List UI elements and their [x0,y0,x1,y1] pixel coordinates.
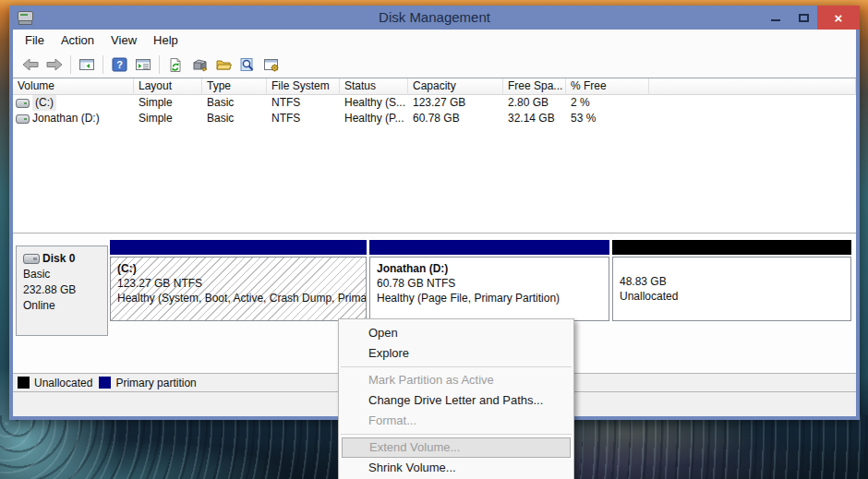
volume-list: Volume Layout Type File System Status Ca… [13,78,856,233]
partition-name: (C:) [117,261,366,276]
svg-text:?: ? [116,59,123,70]
cell-status: Healthy (S... [340,95,408,111]
minimize-icon [771,19,780,21]
show-console-tree-icon[interactable] [76,54,98,76]
primary-partition-swatch [99,377,111,389]
partition-size: 123.27 GB NTFS [117,276,366,291]
maximize-button[interactable] [790,6,817,30]
minimize-button[interactable] [762,6,790,30]
header-capacity[interactable]: Capacity [408,78,503,95]
menu-item-explore[interactable]: Explore [339,343,573,364]
forward-icon[interactable] [43,54,66,76]
table-row-volume-c[interactable]: (C:) Simple Basic NTFS Healthy (S... 123… [13,95,856,111]
header-status[interactable]: Status [340,78,408,95]
help-icon[interactable]: ? [108,54,130,76]
search-icon[interactable] [236,54,259,76]
open-folder-icon[interactable] [212,54,235,76]
partition-d-body: Jonathan (D:) 60.78 GB NTFS Healthy (Pag… [369,257,609,321]
disk-icon [23,254,40,264]
cell-capacity: 60.78 GB [408,111,503,126]
drive-icon [16,99,30,108]
disk-size: 232.88 GB [23,282,107,298]
legend-unallocated: Unallocated [18,377,92,389]
partition-c-color-bar [110,240,367,255]
disk-status: Online [23,298,107,314]
menu-item-open[interactable]: Open [339,323,573,343]
partition-unallocated[interactable]: 48.83 GB Unallocated [612,240,851,321]
close-button[interactable]: × [817,6,860,30]
header-type[interactable]: Type [202,78,267,95]
disk-type: Basic [23,267,107,282]
cell-layout: Simple [134,111,202,126]
menu-bar: File Action View Help [13,30,856,52]
partition-unallocated-body: 48.83 GB Unallocated [612,257,851,321]
cell-capacity: 123.27 GB [408,95,503,111]
cell-type: Basic [202,111,267,126]
partition-health: Healthy (System, Boot, Active, Crash Dum… [117,291,366,305]
menu-action[interactable]: Action [53,30,102,52]
header-percent-free[interactable]: % Free [566,78,649,95]
cell-file-system: NTFS [267,111,340,126]
window-title: Disk Management [9,6,860,30]
menu-separator [341,366,572,367]
settings-icon[interactable] [260,54,283,76]
cell-type: Basic [202,95,267,111]
partition-c[interactable]: (C:) 123.27 GB NTFS Healthy (System, Boo… [110,240,367,321]
back-icon[interactable] [19,54,42,76]
menu-item-change-drive-letter[interactable]: Change Drive Letter and Paths... [339,390,573,411]
cell-percent-free: 2 % [566,95,649,111]
toolbar: ? [13,52,856,78]
disk-name: Disk 0 [42,251,75,267]
volume-list-header: Volume Layout Type File System Status Ca… [13,78,856,95]
volume-name: Jonathan (D:) [32,111,100,126]
rescan-disks-icon[interactable] [188,54,211,76]
cell-layout: Simple [134,95,202,111]
partition-health: Healthy (Page File, Primary Partition) [377,291,609,305]
maximize-icon [799,14,809,22]
toolbar-separator [70,55,71,74]
titlebar[interactable]: Disk Management × [9,6,860,30]
partition-unallocated-color-bar [612,240,851,255]
toolbar-separator [102,55,103,74]
disk0-info-panel[interactable]: Disk 0 Basic 232.88 GB Online [16,245,108,336]
menu-item-mark-partition-active: Mark Partition as Active [339,370,573,390]
partition-context-menu: Open Explore Mark Partition as Active Ch… [338,318,574,479]
toolbar-separator [159,55,160,74]
menu-item-format: Format... [339,411,573,431]
menu-view[interactable]: View [102,30,145,52]
header-filler [649,78,856,95]
cell-file-system: NTFS [267,95,340,111]
header-file-system[interactable]: File System [267,78,340,95]
table-row-volume-d[interactable]: Jonathan (D:) Simple Basic NTFS Healthy … [13,111,856,126]
menu-separator [341,434,572,435]
partition-name: Jonathan (D:) [377,261,609,276]
unallocated-swatch [18,377,30,389]
volume-name: (C:) [32,95,56,111]
cell-free-space: 2.80 GB [503,95,566,111]
show-action-pane-icon[interactable] [132,54,154,76]
menu-item-extend-volume: Extend Volume... [342,437,571,458]
partition-d[interactable]: Jonathan (D:) 60.78 GB NTFS Healthy (Pag… [369,240,609,321]
header-volume[interactable]: Volume [13,78,134,95]
menu-help[interactable]: Help [145,30,187,52]
legend-label: Unallocated [34,377,92,389]
legend-primary-partition: Primary partition [99,377,196,389]
header-layout[interactable]: Layout [134,78,202,95]
legend-label: Primary partition [115,377,196,389]
menu-item-shrink-volume[interactable]: Shrink Volume... [339,458,573,478]
partition-label: Unallocated [620,289,850,304]
partition-d-color-bar [369,240,609,255]
menu-file[interactable]: File [17,30,53,52]
refresh-icon[interactable] [164,54,187,76]
cell-percent-free: 53 % [566,111,649,126]
drive-icon [16,114,30,124]
cell-free-space: 32.14 GB [503,111,566,126]
cell-status: Healthy (P... [340,111,408,126]
partition-size: 48.83 GB [620,274,850,289]
header-free-space[interactable]: Free Spa... [503,78,566,95]
partition-c-body: (C:) 123.27 GB NTFS Healthy (System, Boo… [110,257,367,321]
partition-size: 60.78 GB NTFS [377,276,609,291]
